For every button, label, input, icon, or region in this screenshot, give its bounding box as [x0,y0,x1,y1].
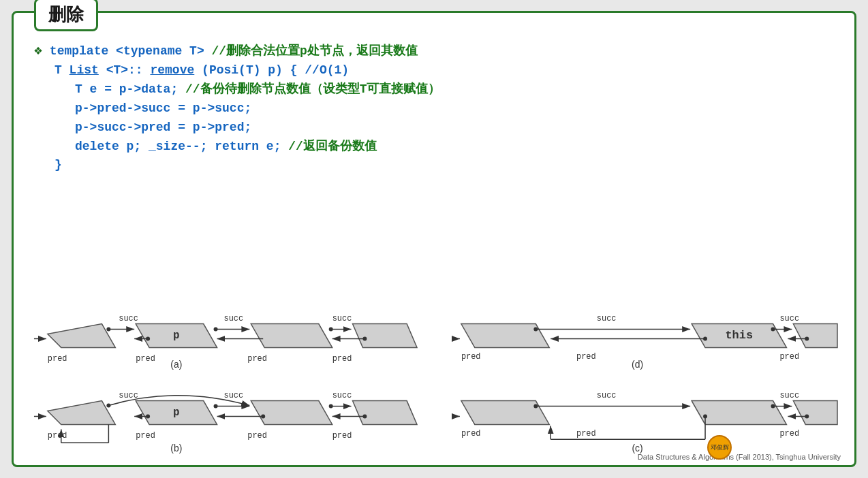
diagram-a: p succ succ succ pred pred [27,295,420,373]
svg-text:succ: succ [224,391,244,400]
svg-text:pred: pred [461,429,481,439]
svg-text:succ: succ [224,314,244,323]
diagram-b: p succ succ succ [27,377,420,455]
code-line-4: p->pred->succ = p->succ; [75,99,834,118]
footer: Data Structures & Algorithms (Fall 2013)… [638,453,841,461]
svg-text:(b): (b) [170,443,182,453]
svg-point-71 [362,415,367,419]
svg-marker-4 [353,324,418,348]
svg-text:succ: succ [597,314,617,323]
svg-marker-52 [353,401,418,425]
svg-text:pred: pred [136,354,155,364]
svg-point-65 [146,415,150,419]
code-line-5: p->succ->pred = p->pred; [75,118,834,138]
svg-point-89 [703,415,707,419]
code-pred-succ: p->pred->succ = p->succ; [75,101,251,115]
svg-text:succ: succ [332,314,352,323]
svg-marker-48 [48,401,115,425]
svg-point-39 [703,336,707,340]
bullet-icon: ❖ [34,43,42,59]
svg-point-21 [146,336,150,340]
svg-point-68 [261,415,265,419]
code-T: T [55,63,69,77]
code-line-2: T List <T>:: remove (Posi(T) p) { //O(1) [55,61,834,80]
svg-marker-31 [793,324,837,348]
slide: 删除 ❖ template <typename T> //删除合法位置p处节点，… [12,11,856,467]
svg-text:succ: succ [779,314,799,323]
diagram-c: pred succ pred succ [448,377,841,455]
svg-text:p: p [173,407,180,419]
svg-marker-0 [48,324,115,348]
svg-text:pred: pred [332,354,352,364]
svg-point-60 [329,404,333,409]
svg-point-57 [214,404,218,409]
svg-text:succ: succ [332,391,352,400]
code-params: (Posi(T) p) { //O(1) [202,63,349,77]
diagrams-section: p succ succ succ pred pred [27,295,841,451]
svg-text:p: p [173,330,180,342]
code-line-1: ❖ template <typename T> //删除合法位置p处节点，返回其… [34,40,834,61]
svg-text:pred: pred [48,431,67,441]
watermark-text: 邓俊辉 [711,443,729,452]
code-section: ❖ template <typename T> //删除合法位置p处节点，返回其… [34,40,834,175]
svg-point-20 [214,328,218,332]
svg-text:pred: pred [576,429,596,439]
watermark: 邓俊辉 [707,435,732,460]
svg-text:(a): (a) [170,359,182,370]
svg-text:pred: pred [332,431,352,441]
code-comment-3: //备份待删除节点数值（设类型T可直接赋值） [185,82,440,96]
svg-point-84 [533,404,538,409]
svg-text:pred: pred [247,431,267,441]
svg-point-22 [329,328,333,332]
code-template: template <typename T> [50,44,212,58]
code-e-assign: T e = p->data; [75,82,185,96]
svg-text:succ: succ [119,314,138,323]
svg-point-36 [533,328,538,332]
code-List: List [69,63,99,77]
code-remove: remove [150,63,194,77]
code-close-brace: } [55,158,62,172]
svg-text:pred: pred [576,352,596,362]
svg-text:pred: pred [136,431,155,441]
svg-point-95 [805,415,809,419]
svg-text:(d): (d) [632,359,643,370]
svg-text:pred: pred [779,352,799,362]
svg-text:succ: succ [597,391,617,400]
code-comment-6: //返回备份数值 [288,140,377,153]
svg-text:pred: pred [247,354,267,364]
title-text: 删除 [48,5,84,26]
svg-text:(c): (c) [632,443,642,453]
code-line-6: delete p; _size--; return e; //返回备份数值 [75,138,834,157]
diagram-d: this pred succ pred succ [448,295,841,373]
svg-text:pred: pred [48,354,67,364]
code-template-T: <T>:: [106,63,143,77]
code-delete: delete p; _size--; return e; [75,140,288,153]
svg-marker-51 [251,401,332,425]
svg-text:this: this [725,329,753,342]
svg-point-23 [362,336,367,340]
svg-point-54 [106,404,110,408]
svg-marker-79 [793,401,837,425]
code-succ-pred: p->succ->pred = p->pred; [75,121,251,134]
svg-point-45 [805,336,809,340]
footer-text: Data Structures & Algorithms (Fall 2013)… [638,453,841,461]
svg-point-42 [771,328,775,332]
svg-point-19 [106,328,110,332]
code-line-3: T e = p->data; //备份待删除节点数值（设类型T可直接赋值） [75,80,834,99]
svg-text:pred: pred [461,352,481,362]
code-line-7: } [55,156,834,175]
code-comment-1: //删除合法位置p处节点，返回其数值 [212,44,418,58]
title-badge: 删除 [34,0,98,31]
svg-text:succ: succ [779,391,799,400]
svg-point-92 [771,404,775,409]
svg-marker-3 [251,324,332,348]
svg-text:pred: pred [779,429,799,439]
